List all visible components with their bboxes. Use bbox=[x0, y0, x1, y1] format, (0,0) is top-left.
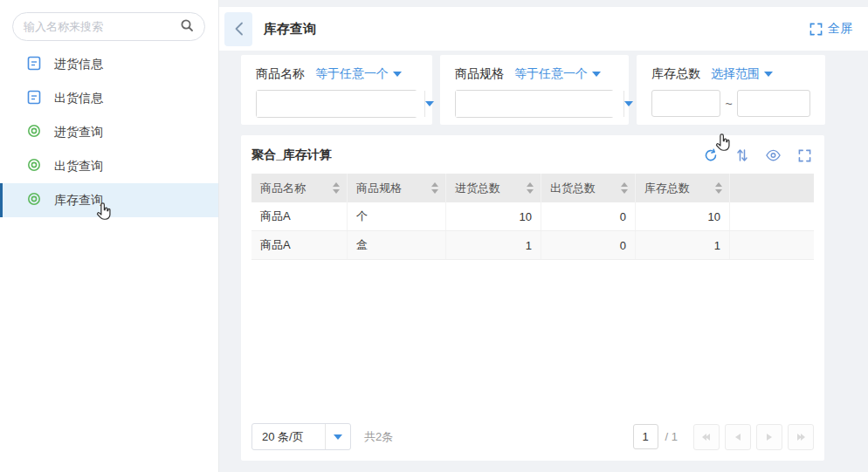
table-row[interactable]: 商品A 盒 1 0 1 bbox=[251, 231, 814, 260]
filter-operator-label: 等于任意一个 bbox=[315, 66, 389, 82]
column-header-label: 进货总数 bbox=[455, 181, 500, 196]
cell-shipment-total: 0 bbox=[541, 231, 636, 259]
sidebar-item-label: 出货查询 bbox=[54, 159, 103, 174]
sidebar-item-shipment-query[interactable]: 出货查询 bbox=[0, 149, 218, 183]
eye-icon[interactable] bbox=[766, 148, 781, 163]
page-size-value: 20 条/页 bbox=[252, 429, 325, 445]
filter-operator-dropdown[interactable]: 等于任意一个 bbox=[514, 66, 601, 82]
sidebar-item-shipment-info[interactable]: 出货信息 bbox=[0, 81, 218, 115]
sidebar-item-inventory-query[interactable]: 库存查询 bbox=[0, 183, 218, 217]
column-header-label: 出货总数 bbox=[550, 181, 596, 196]
cell-product-name: 商品A bbox=[251, 231, 348, 259]
filter-select-input[interactable] bbox=[257, 91, 424, 117]
filter-card-product-spec: 商品规格 等于任意一个 bbox=[440, 55, 629, 125]
filter-operator-label: 选择范围 bbox=[711, 66, 760, 82]
cell-product-name: 商品A bbox=[251, 202, 348, 230]
column-header-label: 商品名称 bbox=[260, 181, 306, 196]
pagination-bar: 20 条/页 共2条 1 / 1 bbox=[251, 423, 814, 450]
table-row[interactable]: 商品A 个 10 0 10 bbox=[251, 202, 814, 231]
filter-label: 库存总数 bbox=[651, 66, 700, 82]
chevron-left-icon bbox=[234, 22, 244, 36]
sort-carets-icon[interactable] bbox=[715, 182, 722, 194]
filter-label: 商品名称 bbox=[256, 66, 305, 82]
fullscreen-button[interactable]: 全屏 bbox=[809, 21, 852, 37]
search-icon[interactable] bbox=[180, 18, 194, 35]
last-page-button[interactable] bbox=[788, 424, 814, 450]
caret-down-icon bbox=[425, 101, 434, 106]
filter-select-input[interactable] bbox=[456, 91, 623, 117]
filter-operator-dropdown[interactable]: 选择范围 bbox=[711, 66, 773, 82]
sidebar-item-purchase-query[interactable]: 进货查询 bbox=[0, 115, 218, 149]
sidebar-search[interactable]: 输入名称来搜索 bbox=[12, 12, 205, 41]
double-chevron-left-icon bbox=[701, 433, 712, 441]
caret-down-icon bbox=[334, 434, 342, 440]
cell-empty bbox=[730, 231, 814, 259]
target-icon bbox=[27, 124, 41, 140]
target-icon bbox=[27, 192, 41, 209]
caret-down-icon bbox=[592, 72, 601, 77]
sort-carets-icon[interactable] bbox=[431, 182, 438, 194]
caret-down-icon bbox=[764, 72, 773, 77]
cell-inventory-total: 10 bbox=[636, 202, 730, 230]
pager: 1 / 1 bbox=[633, 424, 814, 450]
filter-operator-dropdown[interactable]: 等于任意一个 bbox=[315, 66, 402, 82]
column-header-inventory-total[interactable]: 库存总数 bbox=[636, 174, 730, 202]
chevron-left-icon bbox=[734, 433, 741, 441]
page-size-select[interactable]: 20 条/页 bbox=[251, 423, 351, 450]
search-placeholder: 输入名称来搜索 bbox=[24, 19, 180, 35]
select-arrow-button[interactable] bbox=[623, 91, 633, 117]
current-page-input[interactable]: 1 bbox=[633, 424, 658, 449]
cell-purchase-total: 10 bbox=[446, 202, 541, 230]
range-min-input[interactable] bbox=[651, 90, 720, 117]
select-arrow-button[interactable] bbox=[325, 424, 350, 449]
next-page-button[interactable] bbox=[756, 424, 782, 450]
cell-shipment-total: 0 bbox=[541, 202, 636, 230]
filter-select[interactable] bbox=[256, 90, 417, 118]
filter-card-inventory-total: 库存总数 选择范围 ~ bbox=[637, 55, 825, 125]
fullscreen-label: 全屏 bbox=[828, 21, 852, 37]
cell-inventory-total: 1 bbox=[636, 231, 730, 259]
sort-carets-icon[interactable] bbox=[527, 182, 534, 194]
range-max-input[interactable] bbox=[737, 90, 810, 117]
total-pages-label: / 1 bbox=[665, 430, 678, 443]
document-icon bbox=[27, 56, 41, 73]
column-header-purchase-total[interactable]: 进货总数 bbox=[446, 174, 541, 202]
sidebar-item-label: 出货信息 bbox=[54, 91, 103, 106]
back-button[interactable] bbox=[224, 12, 252, 46]
fullscreen-icon[interactable] bbox=[797, 148, 812, 163]
refresh-icon[interactable] bbox=[703, 148, 718, 163]
sidebar-item-label: 库存查询 bbox=[54, 193, 103, 209]
caret-down-icon bbox=[624, 101, 633, 106]
column-header-label: 商品规格 bbox=[356, 181, 402, 196]
main-area: 库存查询 全屏 商品名称 等于任意一个 商品规格 bbox=[219, 0, 868, 472]
cell-product-spec: 个 bbox=[348, 202, 446, 230]
fullscreen-icon bbox=[809, 23, 823, 36]
column-header-empty bbox=[730, 174, 814, 202]
first-page-button[interactable] bbox=[693, 424, 720, 450]
column-header-label: 库存总数 bbox=[644, 181, 690, 196]
target-icon bbox=[27, 158, 41, 174]
document-icon bbox=[27, 90, 41, 107]
column-header-product-spec[interactable]: 商品规格 bbox=[348, 174, 446, 202]
panel-title: 聚合_库存计算 bbox=[251, 147, 332, 163]
sort-icon[interactable] bbox=[734, 148, 749, 163]
sort-carets-icon[interactable] bbox=[621, 182, 628, 194]
filter-card-product-name: 商品名称 等于任意一个 bbox=[241, 55, 432, 125]
double-chevron-right-icon bbox=[796, 433, 806, 441]
caret-down-icon bbox=[393, 72, 402, 77]
cell-product-spec: 盒 bbox=[348, 231, 446, 259]
table-toolbar bbox=[703, 148, 812, 163]
column-header-product-name[interactable]: 商品名称 bbox=[251, 174, 348, 202]
result-panel: 聚合_库存计算 商品名称 bbox=[241, 135, 824, 461]
column-header-shipment-total[interactable]: 出货总数 bbox=[541, 174, 636, 202]
sidebar-menu: 进货信息 出货信息 进货查询 出货查询 库存查询 bbox=[0, 47, 218, 217]
sidebar-item-purchase-info[interactable]: 进货信息 bbox=[0, 47, 218, 81]
cell-empty bbox=[730, 202, 814, 230]
prev-page-button[interactable] bbox=[725, 424, 751, 450]
select-arrow-button[interactable] bbox=[424, 91, 434, 117]
sort-carets-icon[interactable] bbox=[333, 182, 340, 194]
cell-purchase-total: 1 bbox=[446, 231, 541, 259]
range-separator: ~ bbox=[720, 97, 737, 111]
filter-select[interactable] bbox=[455, 90, 614, 118]
filter-bar: 商品名称 等于任意一个 商品规格 等于任意一个 bbox=[241, 55, 825, 125]
